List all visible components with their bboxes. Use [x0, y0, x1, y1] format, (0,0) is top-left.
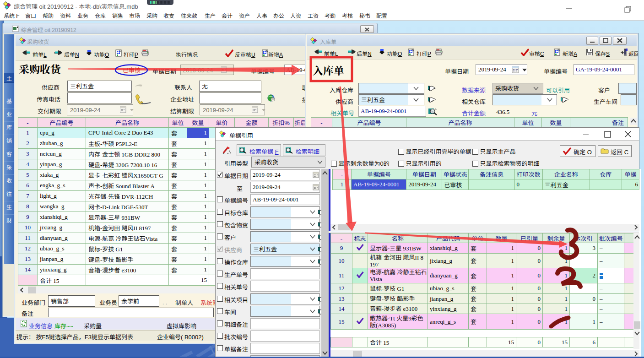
- svg-text:已审核: 已审核: [123, 65, 141, 74]
